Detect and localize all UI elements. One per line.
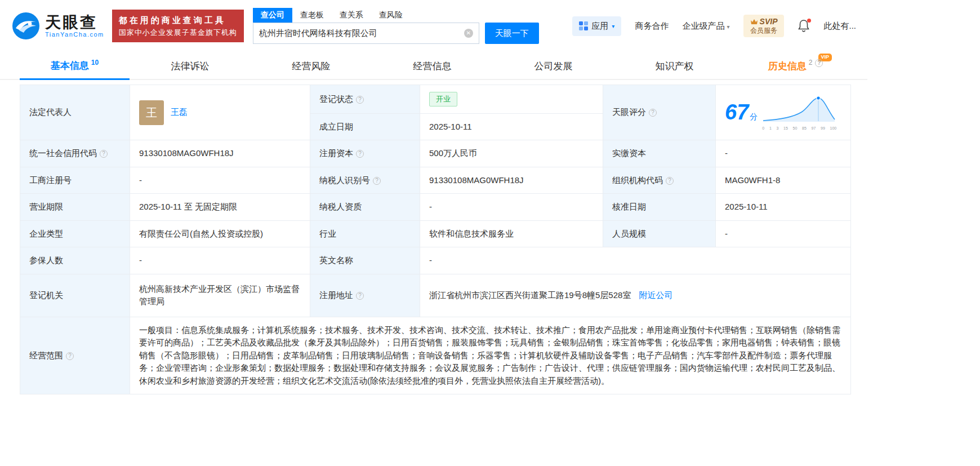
field-value: MAG0WFH1-8	[716, 167, 851, 194]
tab-operating-risk[interactable]: 经营风险	[251, 53, 372, 79]
field-value: 91330108MAG0WFH18J	[130, 140, 310, 167]
axis-tick: 1	[769, 126, 772, 132]
logo-brand: 天眼查	[45, 14, 104, 30]
svip-sublabel: 会员服务	[750, 26, 778, 35]
notification-dot	[807, 19, 811, 23]
reg-address-cell: 浙江省杭州市滨江区西兴街道聚工路19号8幢5层528室 附近公司	[420, 274, 851, 317]
field-label: 核准日期	[603, 194, 716, 221]
search-area: 查公司 查老板 查关系 查风险 ✕ 天眼一下	[253, 8, 539, 44]
apps-menu-button[interactable]: 应用 ▾	[572, 16, 621, 36]
field-value: 91330108MAG0WFH18J	[420, 167, 603, 194]
clear-search-icon[interactable]: ✕	[464, 29, 473, 38]
axis-tick: 99	[821, 126, 825, 132]
top-header: 天眼查 TianYanCha.com 都在用的商业查询工具 国家中小企业发展子基…	[0, 0, 867, 52]
field-label-text: 组织机构代码	[612, 175, 663, 185]
field-value: -	[420, 194, 603, 221]
logo-text: 天眼查 TianYanCha.com	[45, 14, 104, 37]
reg-address-value: 浙江省杭州市滨江区西兴街道聚工路19号8幢5层528室	[429, 289, 631, 302]
tab-legal-litigation[interactable]: 法律诉讼	[130, 53, 251, 79]
field-label: 成立日期	[310, 113, 420, 140]
field-value: 500万人民币	[420, 140, 603, 167]
help-icon[interactable]: ?	[666, 177, 674, 185]
promo-line1: 都在用的商业查询工具	[119, 14, 237, 27]
tab-intellectual-property[interactable]: 知识产权	[614, 53, 735, 79]
reg-status-cell: 开业	[420, 85, 603, 114]
business-scope-value: 一般项目：信息系统集成服务；计算机系统服务；技术服务、技术开发、技术咨询、技术交…	[130, 317, 851, 394]
field-label-text: 注册资本	[319, 148, 353, 158]
search-tab-relation[interactable]: 查关系	[332, 8, 371, 23]
field-label: 英文名称	[310, 247, 420, 274]
field-label: 实缴资本	[603, 140, 716, 167]
help-icon[interactable]: ?	[356, 150, 364, 158]
company-search-input[interactable]	[259, 29, 464, 38]
field-label: 法定代表人	[20, 85, 130, 140]
company-info-table: 法定代表人 王 王磊 登记状态? 开业 天眼评分? 67分	[20, 85, 851, 394]
apps-grid-icon	[579, 21, 588, 30]
help-icon[interactable]: ?	[100, 150, 108, 158]
axis-tick: 3	[776, 126, 778, 132]
field-label-text: 注册地址	[319, 290, 353, 300]
field-label: 注册地址?	[310, 274, 420, 317]
score-axis: 0 1 3 15 50 85 97 99 100	[762, 126, 836, 132]
field-label: 行业	[310, 220, 420, 247]
field-value: -	[716, 220, 851, 247]
svip-label: SVIP	[760, 17, 778, 27]
search-button[interactable]: 天眼一下	[485, 23, 539, 44]
tab-count: 10	[91, 59, 99, 66]
axis-tick: 15	[783, 126, 788, 132]
nearby-companies-link[interactable]: 附近公司	[639, 289, 672, 302]
search-tab-risk[interactable]: 查风险	[371, 8, 411, 23]
tab-history-info[interactable]: VIP 历史信息 2 ?	[735, 53, 856, 79]
tab-basic-info[interactable]: 基本信息 10	[20, 53, 130, 80]
field-value: -	[130, 247, 310, 274]
help-icon[interactable]: ?	[356, 96, 364, 104]
axis-tick: 0	[762, 126, 764, 132]
score-value: 67	[725, 100, 749, 124]
apps-menu-label: 应用	[591, 21, 608, 32]
field-label: 工商注册号	[20, 167, 130, 194]
legal-rep-avatar[interactable]: 王	[139, 100, 164, 125]
help-icon[interactable]: ?	[356, 292, 364, 300]
enterprise-products-link[interactable]: 企业级产品 ▾	[682, 21, 729, 32]
field-label: 统一社会信用代码?	[20, 140, 130, 167]
search-tab-boss[interactable]: 查老板	[292, 8, 332, 23]
account-menu[interactable]: 此处有...	[823, 21, 856, 32]
field-value: -	[130, 167, 310, 194]
field-value: 2025-10-11	[420, 113, 603, 140]
tianyancha-logo[interactable]: 天眼查 TianYanCha.com	[11, 11, 104, 41]
field-label: 纳税人识别号?	[310, 167, 420, 194]
field-label: 登记机关	[20, 274, 130, 317]
axis-tick: 100	[830, 126, 836, 132]
business-cooperation-link[interactable]: 商务合作	[635, 21, 669, 32]
field-value: 2025-10-11 至 无固定期限	[130, 194, 310, 221]
field-value: -	[716, 140, 851, 167]
field-value: 有限责任公司(自然人投资或控股)	[130, 220, 310, 247]
field-label: 注册资本?	[310, 140, 420, 167]
tab-count: 2	[809, 59, 813, 66]
score-value-wrap: 67分	[725, 101, 758, 123]
field-label-text: 统一社会信用代码	[29, 148, 97, 158]
help-icon[interactable]: ?	[815, 59, 823, 67]
tab-label: 法律诉讼	[171, 60, 210, 73]
field-label: 企业类型	[20, 220, 130, 247]
tab-label: 公司发展	[534, 60, 573, 73]
axis-tick: 50	[793, 126, 798, 132]
help-icon[interactable]: ?	[649, 109, 657, 117]
help-icon[interactable]: ?	[66, 352, 74, 360]
help-icon[interactable]: ?	[373, 177, 381, 185]
field-label: 营业期限	[20, 194, 130, 221]
axis-tick: 85	[802, 126, 807, 132]
tab-company-development[interactable]: 公司发展	[493, 53, 614, 79]
logo-domain: TianYanCha.com	[45, 31, 104, 38]
search-row: ✕ 天眼一下	[253, 23, 539, 44]
legal-rep-cell: 王 王磊	[130, 85, 310, 140]
tab-operating-info[interactable]: 经营信息	[372, 53, 493, 79]
field-label-text: 纳税人识别号	[319, 175, 370, 185]
legal-rep-name-link[interactable]: 王磊	[171, 106, 188, 119]
tab-label: 知识产权	[656, 60, 694, 73]
svip-membership-button[interactable]: SVIP 会员服务	[743, 15, 785, 38]
field-label: 登记状态?	[310, 85, 420, 114]
notifications-bell-icon[interactable]	[798, 19, 810, 33]
search-tab-company[interactable]: 查公司	[253, 8, 292, 23]
tab-label: 经营风险	[292, 60, 331, 73]
